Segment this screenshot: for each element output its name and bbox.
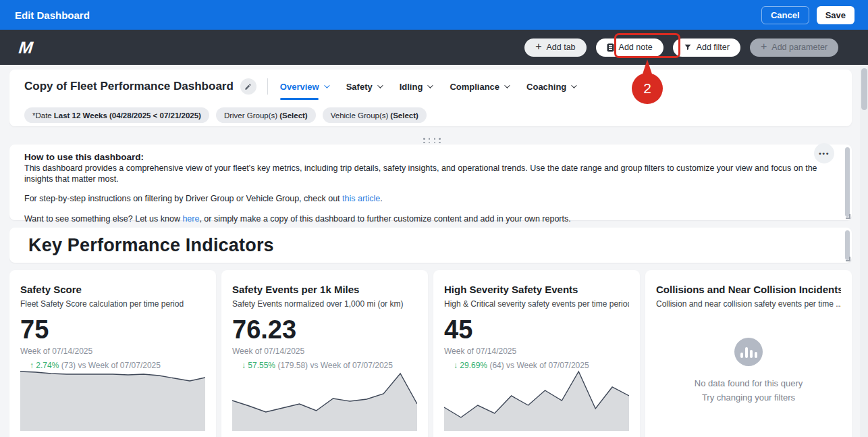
no-data-hint: Try changing your filters bbox=[645, 392, 852, 403]
kpi-card-safety-events: Safety Events per 1k Miles Safety Events… bbox=[221, 270, 428, 437]
sparkline-chart bbox=[20, 363, 205, 431]
tab-overview[interactable]: Overview bbox=[280, 78, 328, 96]
save-button[interactable]: Save bbox=[817, 6, 855, 24]
kpi-title: Safety Score bbox=[20, 284, 205, 295]
tab-safety[interactable]: Safety bbox=[346, 78, 381, 96]
chip-value: Last 12 Weeks (04/28/2025 < 07/21/2025) bbox=[54, 111, 201, 120]
note-text: Want to see something else? Let us know bbox=[24, 214, 182, 224]
article-link[interactable]: this article bbox=[342, 194, 380, 203]
chip-prefix: Driver Group(s) bbox=[224, 111, 277, 120]
sparkline-chart bbox=[444, 363, 629, 431]
edit-mode-title: Edit Dashboard bbox=[15, 9, 90, 21]
add-parameter-button[interactable]: + Add parameter bbox=[750, 38, 838, 57]
kpi-subtitle: Collision and near collision safety even… bbox=[656, 299, 841, 309]
motive-logo: M bbox=[18, 38, 33, 57]
kpi-value: 76.23 bbox=[232, 317, 417, 342]
dashboard-title-row: Copy of Fleet Performance Dashboard Over… bbox=[9, 70, 852, 103]
tab-label: Safety bbox=[346, 82, 373, 92]
tab-label: Idling bbox=[400, 82, 423, 92]
sparkline-chart bbox=[232, 363, 417, 431]
date-filter-chip[interactable]: *Date Last 12 Weeks (04/28/2025 < 07/21/… bbox=[24, 107, 209, 123]
tab-compliance[interactable]: Compliance bbox=[450, 78, 508, 96]
dashboard-toolbar: M + Add tab Add note Add filter + Add pa… bbox=[0, 30, 868, 65]
chip-value: (Select) bbox=[279, 111, 308, 120]
kpi-section-heading: Key Performance Indicators bbox=[28, 235, 274, 256]
no-data-message: No data found for this query bbox=[645, 378, 852, 388]
kpi-card-high-severity: High Severity Safety Events High & Criti… bbox=[433, 270, 640, 437]
no-data-state: No data found for this query Try changin… bbox=[645, 338, 852, 403]
kpi-title: High Severity Safety Events bbox=[444, 284, 629, 295]
filter-chips-row: *Date Last 12 Weeks (04/28/2025 < 07/21/… bbox=[9, 107, 852, 123]
add-note-button[interactable]: Add note bbox=[596, 38, 663, 57]
chevron-down-icon bbox=[504, 82, 510, 88]
cancel-button[interactable]: Cancel bbox=[761, 6, 809, 24]
tab-label: Compliance bbox=[450, 82, 499, 92]
chevron-down-icon bbox=[571, 82, 576, 88]
dashboard-header-card: Copy of Fleet Performance Dashboard Over… bbox=[9, 70, 852, 126]
plus-icon: + bbox=[535, 41, 541, 52]
page-scrollbar-track bbox=[860, 65, 868, 437]
kpi-subtitle: Safety Events normalized over 1,000 mi (… bbox=[232, 299, 417, 309]
dashboard-tabs: Overview Safety Idling Compliance Coachi… bbox=[280, 78, 575, 96]
kpi-section-card: Key Performance Indicators bbox=[9, 228, 852, 263]
note-paragraph-2: For step-by-step instructions on filteri… bbox=[24, 194, 825, 205]
kpi-subtitle: Fleet Safety Score calculation per time … bbox=[20, 299, 205, 309]
kpi-value: 75 bbox=[20, 317, 205, 342]
vehicle-group-filter-chip[interactable]: Vehicle Group(s) (Select) bbox=[323, 107, 427, 123]
chip-value: (Select) bbox=[390, 111, 418, 120]
chip-prefix: *Date bbox=[32, 111, 52, 120]
add-tab-label: Add tab bbox=[546, 43, 575, 52]
kpi-value: 45 bbox=[444, 317, 629, 342]
filter-funnel-icon bbox=[684, 43, 692, 51]
tab-label: Overview bbox=[280, 82, 319, 92]
note-paragraph-1: This dashboard provides a comprehensive … bbox=[24, 163, 825, 184]
chevron-down-icon bbox=[377, 82, 383, 88]
note-text: . bbox=[380, 194, 382, 203]
add-tab-button[interactable]: + Add tab bbox=[524, 38, 586, 57]
toolbar-buttons: + Add tab Add note Add filter + Add para… bbox=[524, 38, 838, 57]
chevron-down-icon bbox=[428, 82, 433, 88]
add-filter-button[interactable]: Add filter bbox=[673, 38, 740, 57]
tab-coaching[interactable]: Coaching bbox=[526, 78, 575, 96]
edit-mode-actions: Cancel Save bbox=[761, 6, 855, 24]
tab-idling[interactable]: Idling bbox=[400, 78, 432, 96]
note-text: For step-by-step instructions on filteri… bbox=[24, 194, 342, 203]
note-widget: How to use this dashboard: This dashboar… bbox=[9, 145, 852, 220]
edit-title-button[interactable] bbox=[240, 78, 256, 95]
kpi-title: Safety Events per 1k Miles bbox=[232, 284, 417, 295]
pencil-icon bbox=[244, 83, 252, 91]
edit-mode-bar: Edit Dashboard Cancel Save bbox=[0, 0, 868, 30]
chevron-down-icon bbox=[324, 82, 329, 88]
divider bbox=[267, 78, 268, 95]
dashboard-title: Copy of Fleet Performance Dashboard bbox=[24, 80, 234, 93]
note-text: , or simply make a copy of this dashboar… bbox=[199, 214, 570, 224]
add-parameter-label: Add parameter bbox=[771, 43, 828, 52]
note-resize-handle[interactable] bbox=[846, 214, 850, 219]
kpi-period: Week of 07/14/2025 bbox=[232, 346, 417, 356]
kpi-period: Week of 07/14/2025 bbox=[20, 346, 205, 356]
add-note-label: Add note bbox=[619, 43, 653, 52]
kpi-section-scrollbar[interactable] bbox=[845, 230, 850, 260]
bar-chart-icon bbox=[734, 338, 763, 366]
kpi-subtitle: High & Critical severity safety events p… bbox=[444, 299, 629, 309]
page-scrollbar-thumb[interactable] bbox=[861, 68, 867, 110]
feedback-link[interactable]: here bbox=[182, 214, 199, 224]
plus-icon: + bbox=[761, 41, 767, 52]
add-filter-label: Add filter bbox=[697, 43, 730, 52]
tab-label: Coaching bbox=[526, 82, 566, 92]
note-menu-button[interactable]: ••• bbox=[814, 143, 834, 163]
kpi-card-collisions: Collisions and Near Collision Incidents … bbox=[645, 270, 852, 437]
note-icon bbox=[607, 43, 614, 52]
note-scrollbar[interactable] bbox=[845, 147, 850, 217]
note-heading: How to use this dashboard: bbox=[24, 152, 825, 162]
driver-group-filter-chip[interactable]: Driver Group(s) (Select) bbox=[216, 107, 316, 123]
drag-handle-icon[interactable] bbox=[422, 137, 442, 144]
chip-prefix: Vehicle Group(s) bbox=[331, 111, 389, 120]
kpi-card-safety-score: Safety Score Fleet Safety Score calculat… bbox=[9, 270, 216, 437]
kpi-title: Collisions and Near Collision Incidents bbox=[656, 284, 841, 295]
kpi-section-resize-handle[interactable] bbox=[846, 257, 850, 261]
kpi-period: Week of 07/14/2025 bbox=[444, 346, 629, 356]
note-paragraph-3: Want to see something else? Let us know … bbox=[24, 214, 825, 225]
